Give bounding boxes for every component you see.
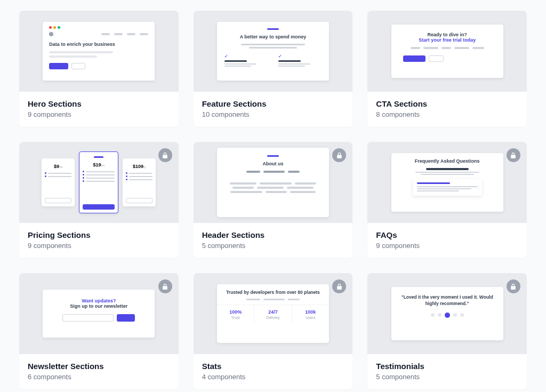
card-header-sections[interactable]: About us Header Sections 5 components	[194, 142, 353, 258]
mock-faq: Frequently Asked Questions	[391, 153, 503, 212]
pagination-dots	[401, 313, 494, 318]
card-stats[interactable]: Trusted by developers from over 80 plane…	[194, 273, 353, 389]
faq-headline: Frequently Asked Questions	[399, 158, 496, 164]
card-faqs[interactable]: Frequently Asked Questions FAQs 9 compon…	[367, 142, 527, 258]
preview-pricing: $9/m $19/m $109/y	[19, 142, 179, 223]
card-title: FAQs	[376, 230, 518, 239]
hero-headline: Data to enrich your business	[49, 42, 148, 47]
lock-icon	[158, 279, 172, 293]
card-title: Pricing Sections	[28, 230, 170, 239]
preview-header: About us	[194, 142, 353, 223]
card-title: Testimonials	[376, 362, 518, 371]
mock-pricing: $9/m $19/m $109/y	[42, 151, 156, 213]
preview-testimonials: "Loved it the very moment I used it. Wou…	[367, 273, 527, 354]
preview-feature: A better way to spend money ✓ ✓	[194, 11, 353, 92]
card-sub: 8 components	[376, 110, 518, 118]
preview-newsletter: Want updates? Sign up to our newsletter	[19, 273, 179, 354]
card-title: CTA Sections	[376, 99, 518, 108]
cta-line2: Start your free trial today	[400, 37, 495, 43]
card-newsletter-sections[interactable]: Want updates? Sign up to our newsletter …	[19, 273, 179, 389]
window-dots	[49, 26, 148, 29]
check-icon: ✓	[278, 54, 282, 59]
stat-value: 100%	[217, 309, 254, 315]
preview-hero: Data to enrich your business	[19, 11, 179, 92]
mock-testimonial: "Loved it the very moment I used it. Wou…	[391, 287, 503, 340]
stat-label: Users	[292, 316, 329, 319]
stat-label: Trust	[217, 316, 254, 319]
sections-grid: Data to enrich your business Hero Sectio…	[19, 11, 527, 389]
card-sub: 9 components	[28, 242, 170, 250]
preview-stats: Trusted by developers from over 80 plane…	[194, 273, 353, 354]
newsletter-line1: Want updates?	[51, 298, 146, 303]
card-title: Newsletter Sections	[28, 362, 170, 371]
stat-label: Delivery	[254, 316, 291, 319]
mock-hero: Data to enrich your business	[43, 22, 155, 81]
header-headline: About us	[226, 161, 320, 166]
card-cta-sections[interactable]: Ready to dive in? Start your free trial …	[367, 11, 527, 127]
lock-icon	[507, 279, 520, 293]
lock-icon	[158, 148, 172, 162]
card-sub: 4 components	[202, 373, 344, 381]
card-sub: 9 components	[28, 110, 170, 118]
card-sub: 10 components	[202, 110, 344, 118]
card-title: Stats	[202, 362, 344, 371]
mock-newsletter: Want updates? Sign up to our newsletter	[43, 290, 155, 338]
preview-faq: Frequently Asked Questions	[367, 142, 527, 223]
check-icon: ✓	[224, 54, 228, 59]
cta-line1: Ready to dive in?	[400, 32, 495, 37]
card-feature-sections[interactable]: A better way to spend money ✓ ✓	[194, 11, 353, 127]
card-hero-sections[interactable]: Data to enrich your business Hero Sectio…	[19, 11, 179, 127]
mock-feature: A better way to spend money ✓ ✓	[217, 22, 329, 81]
lock-icon	[332, 148, 346, 162]
card-title: Feature Sections	[202, 99, 344, 108]
card-pricing-sections[interactable]: $9/m $19/m $109/y Pricing Sections	[19, 142, 179, 258]
card-sub: 6 components	[28, 373, 170, 381]
card-sub: 9 components	[376, 242, 518, 250]
newsletter-line2: Sign up to our newsletter	[51, 303, 146, 309]
feature-headline: A better way to spend money	[224, 34, 322, 39]
stat-value: 100k	[292, 309, 329, 315]
preview-cta: Ready to dive in? Start your free trial …	[367, 11, 527, 92]
testimonial-quote: "Loved it the very moment I used it. Wou…	[401, 294, 494, 307]
mock-cta: Ready to dive in? Start your free trial …	[391, 25, 503, 78]
lock-icon	[507, 148, 520, 162]
card-title: Hero Sections	[28, 99, 170, 108]
stats-headline: Trusted by developers from over 80 plane…	[222, 290, 324, 295]
card-testimonials[interactable]: "Loved it the very moment I used it. Wou…	[367, 273, 527, 389]
stat-value: 24/7	[254, 309, 291, 315]
mock-header: About us	[217, 148, 329, 217]
mock-stats: Trusted by developers from over 80 plane…	[217, 284, 329, 343]
card-title: Header Sections	[202, 230, 344, 239]
card-sub: 5 components	[202, 242, 344, 250]
lock-icon	[332, 279, 346, 293]
card-sub: 5 components	[376, 373, 518, 381]
card-info: Hero Sections 9 components	[19, 92, 179, 127]
